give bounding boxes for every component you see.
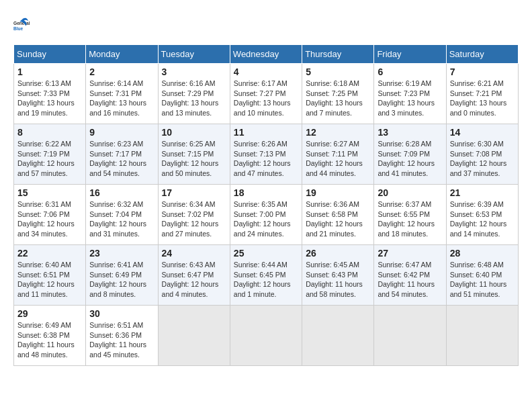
day-info: Sunrise: 6:47 AM Sunset: 6:42 PM Dayligh… — [378, 260, 442, 300]
calendar-day-15: 15Sunrise: 6:31 AM Sunset: 7:06 PM Dayli… — [14, 185, 86, 245]
calendar-day-27: 27Sunrise: 6:47 AM Sunset: 6:42 PM Dayli… — [374, 245, 446, 306]
day-info: Sunrise: 6:26 AM Sunset: 7:13 PM Dayligh… — [234, 139, 298, 179]
calendar-day-28: 28Sunrise: 6:48 AM Sunset: 6:40 PM Dayli… — [446, 245, 518, 306]
day-info: Sunrise: 6:18 AM Sunset: 7:25 PM Dayligh… — [306, 79, 370, 118]
weekday-wednesday: Wednesday — [230, 45, 302, 64]
empty-cell — [446, 306, 518, 366]
day-info: Sunrise: 6:13 AM Sunset: 7:33 PM Dayligh… — [17, 79, 82, 118]
page-header: General Blue — [13, 13, 519, 38]
day-number: 30 — [89, 308, 154, 319]
day-number: 24 — [162, 248, 226, 259]
weekday-thursday: Thursday — [302, 45, 374, 64]
day-info: Sunrise: 6:32 AM Sunset: 7:04 PM Dayligh… — [89, 199, 154, 239]
day-number: 15 — [17, 187, 82, 198]
calendar-day-9: 9Sunrise: 6:23 AM Sunset: 7:17 PM Daylig… — [86, 124, 158, 185]
day-number: 13 — [378, 127, 442, 138]
day-number: 12 — [306, 127, 370, 138]
weekday-friday: Friday — [374, 45, 446, 64]
calendar-day-14: 14Sunrise: 6:30 AM Sunset: 7:08 PM Dayli… — [446, 124, 518, 185]
day-info: Sunrise: 6:34 AM Sunset: 7:02 PM Dayligh… — [162, 199, 226, 239]
calendar-day-16: 16Sunrise: 6:32 AM Sunset: 7:04 PM Dayli… — [86, 185, 158, 245]
calendar-day-2: 2Sunrise: 6:14 AM Sunset: 7:31 PM Daylig… — [86, 64, 158, 124]
day-number: 29 — [17, 308, 82, 319]
logo-icon: General Blue — [13, 13, 38, 38]
day-number: 16 — [89, 187, 154, 198]
day-number: 22 — [17, 248, 82, 259]
empty-cell — [374, 306, 446, 366]
weekday-monday: Monday — [86, 45, 158, 64]
day-number: 11 — [234, 127, 298, 138]
day-info: Sunrise: 6:49 AM Sunset: 6:38 PM Dayligh… — [17, 320, 82, 360]
calendar-day-13: 13Sunrise: 6:28 AM Sunset: 7:09 PM Dayli… — [374, 124, 446, 185]
day-info: Sunrise: 6:51 AM Sunset: 6:36 PM Dayligh… — [89, 320, 154, 360]
day-number: 26 — [306, 248, 370, 259]
day-info: Sunrise: 6:45 AM Sunset: 6:43 PM Dayligh… — [306, 260, 370, 300]
day-info: Sunrise: 6:44 AM Sunset: 6:45 PM Dayligh… — [234, 260, 298, 300]
calendar-day-8: 8Sunrise: 6:22 AM Sunset: 7:19 PM Daylig… — [14, 124, 86, 185]
day-info: Sunrise: 6:22 AM Sunset: 7:19 PM Dayligh… — [17, 139, 82, 179]
calendar-day-22: 22Sunrise: 6:40 AM Sunset: 6:51 PM Dayli… — [14, 245, 86, 306]
calendar-day-5: 5Sunrise: 6:18 AM Sunset: 7:25 PM Daylig… — [302, 64, 374, 124]
calendar-table: SundayMondayTuesdayWednesdayThursdayFrid… — [13, 44, 519, 366]
day-number: 1 — [17, 66, 82, 77]
day-number: 21 — [450, 187, 515, 198]
day-info: Sunrise: 6:31 AM Sunset: 7:06 PM Dayligh… — [17, 199, 82, 239]
day-number: 17 — [162, 187, 226, 198]
weekday-saturday: Saturday — [446, 45, 518, 64]
calendar-day-29: 29Sunrise: 6:49 AM Sunset: 6:38 PM Dayli… — [14, 306, 86, 366]
calendar-week-4: 22Sunrise: 6:40 AM Sunset: 6:51 PM Dayli… — [14, 245, 519, 306]
day-info: Sunrise: 6:40 AM Sunset: 6:51 PM Dayligh… — [17, 260, 82, 300]
calendar-week-1: 1Sunrise: 6:13 AM Sunset: 7:33 PM Daylig… — [14, 64, 519, 124]
day-number: 2 — [89, 66, 154, 77]
calendar-day-20: 20Sunrise: 6:37 AM Sunset: 6:55 PM Dayli… — [374, 185, 446, 245]
calendar-day-19: 19Sunrise: 6:36 AM Sunset: 6:58 PM Dayli… — [302, 185, 374, 245]
calendar-day-21: 21Sunrise: 6:39 AM Sunset: 6:53 PM Dayli… — [446, 185, 518, 245]
day-info: Sunrise: 6:30 AM Sunset: 7:08 PM Dayligh… — [450, 139, 515, 179]
day-number: 18 — [234, 187, 298, 198]
day-info: Sunrise: 6:35 AM Sunset: 7:00 PM Dayligh… — [234, 199, 298, 239]
calendar-day-17: 17Sunrise: 6:34 AM Sunset: 7:02 PM Dayli… — [158, 185, 230, 245]
logo: General Blue — [13, 13, 40, 38]
day-info: Sunrise: 6:39 AM Sunset: 6:53 PM Dayligh… — [450, 199, 515, 239]
empty-cell — [230, 306, 302, 366]
calendar-week-5: 29Sunrise: 6:49 AM Sunset: 6:38 PM Dayli… — [14, 306, 519, 366]
day-number: 28 — [450, 248, 515, 259]
day-info: Sunrise: 6:43 AM Sunset: 6:47 PM Dayligh… — [162, 260, 226, 300]
day-number: 9 — [89, 127, 154, 138]
day-info: Sunrise: 6:16 AM Sunset: 7:29 PM Dayligh… — [162, 79, 226, 118]
weekday-header-row: SundayMondayTuesdayWednesdayThursdayFrid… — [14, 45, 519, 64]
day-number: 23 — [89, 248, 154, 259]
calendar-body: 1Sunrise: 6:13 AM Sunset: 7:33 PM Daylig… — [14, 64, 519, 366]
day-number: 4 — [234, 66, 298, 77]
day-number: 10 — [162, 127, 226, 138]
empty-cell — [302, 306, 374, 366]
day-info: Sunrise: 6:28 AM Sunset: 7:09 PM Dayligh… — [378, 139, 442, 179]
calendar-day-7: 7Sunrise: 6:21 AM Sunset: 7:21 PM Daylig… — [446, 64, 518, 124]
weekday-sunday: Sunday — [14, 45, 86, 64]
calendar-week-2: 8Sunrise: 6:22 AM Sunset: 7:19 PM Daylig… — [14, 124, 519, 185]
day-number: 3 — [162, 66, 226, 77]
day-info: Sunrise: 6:37 AM Sunset: 6:55 PM Dayligh… — [378, 199, 442, 239]
day-number: 5 — [306, 66, 370, 77]
calendar-day-26: 26Sunrise: 6:45 AM Sunset: 6:43 PM Dayli… — [302, 245, 374, 306]
day-info: Sunrise: 6:25 AM Sunset: 7:15 PM Dayligh… — [162, 139, 226, 179]
calendar-day-3: 3Sunrise: 6:16 AM Sunset: 7:29 PM Daylig… — [158, 64, 230, 124]
calendar-day-18: 18Sunrise: 6:35 AM Sunset: 7:00 PM Dayli… — [230, 185, 302, 245]
day-info: Sunrise: 6:17 AM Sunset: 7:27 PM Dayligh… — [234, 79, 298, 118]
calendar-day-4: 4Sunrise: 6:17 AM Sunset: 7:27 PM Daylig… — [230, 64, 302, 124]
calendar-week-3: 15Sunrise: 6:31 AM Sunset: 7:06 PM Dayli… — [14, 185, 519, 245]
calendar-day-1: 1Sunrise: 6:13 AM Sunset: 7:33 PM Daylig… — [14, 64, 86, 124]
day-number: 14 — [450, 127, 515, 138]
calendar-day-6: 6Sunrise: 6:19 AM Sunset: 7:23 PM Daylig… — [374, 64, 446, 124]
calendar-day-25: 25Sunrise: 6:44 AM Sunset: 6:45 PM Dayli… — [230, 245, 302, 306]
day-info: Sunrise: 6:48 AM Sunset: 6:40 PM Dayligh… — [450, 260, 515, 300]
calendar-day-30: 30Sunrise: 6:51 AM Sunset: 6:36 PM Dayli… — [86, 306, 158, 366]
calendar-day-23: 23Sunrise: 6:41 AM Sunset: 6:49 PM Dayli… — [86, 245, 158, 306]
day-number: 19 — [306, 187, 370, 198]
day-number: 27 — [378, 248, 442, 259]
empty-cell — [158, 306, 230, 366]
day-info: Sunrise: 6:14 AM Sunset: 7:31 PM Dayligh… — [89, 79, 154, 118]
day-info: Sunrise: 6:27 AM Sunset: 7:11 PM Dayligh… — [306, 139, 370, 179]
weekday-tuesday: Tuesday — [158, 45, 230, 64]
calendar-day-11: 11Sunrise: 6:26 AM Sunset: 7:13 PM Dayli… — [230, 124, 302, 185]
